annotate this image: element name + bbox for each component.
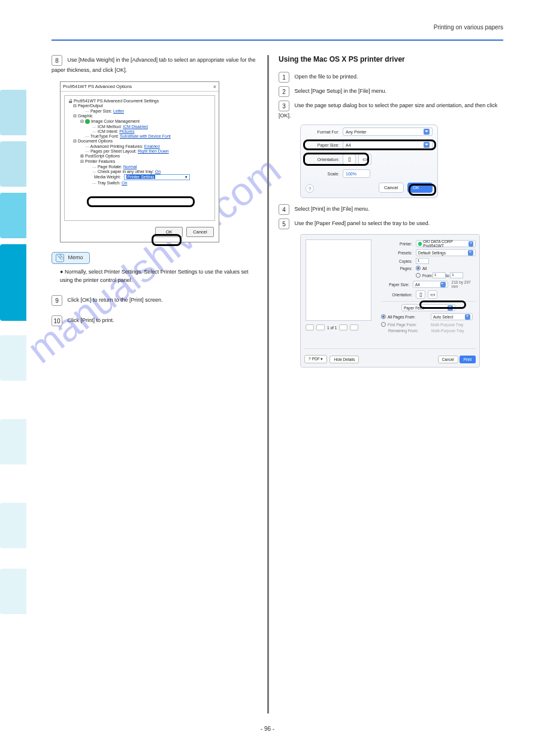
tree-pages-per-sheet[interactable]: — Pages per Sheet Layout: Right then Dow… <box>85 149 212 153</box>
step-number: 2 <box>279 86 289 97</box>
scale-field[interactable]: 100% <box>343 169 370 178</box>
memo-label: Memo <box>68 254 83 260</box>
paper-size-label: Paper Size: <box>306 143 343 147</box>
orientation-portrait-button[interactable]: ▯ <box>343 154 356 165</box>
step-number: 3 <box>279 101 289 111</box>
tree-other-tray[interactable]: — Check paper in any other tray: On <box>92 169 212 174</box>
paper-size-select[interactable]: A4 <box>343 141 433 149</box>
to-field[interactable]: 1 <box>450 272 463 278</box>
first-page-from-radio[interactable] <box>381 322 386 327</box>
pdf-button[interactable]: ?PDF ▾ <box>304 355 327 363</box>
hide-details-button[interactable]: Hide Details <box>330 356 359 363</box>
printer-label: Printer: <box>381 242 416 246</box>
print-button[interactable]: Print <box>460 356 476 363</box>
settings-tree[interactable]: 🖨 Pro9541WT PS Advanced Document Setting… <box>64 95 215 221</box>
side-tab-3[interactable] <box>0 193 26 238</box>
remaining-from-label: Remaining From: <box>388 329 431 333</box>
papersize-dim: 210 by 297 mm <box>452 280 476 289</box>
side-tab-7[interactable] <box>0 503 26 548</box>
tree-graphic[interactable]: ⊟ Graphic <box>73 114 212 119</box>
step-10: 10 Click [Print] to print. <box>52 315 262 326</box>
tree-paper-size[interactable]: — Paper Size: Letter <box>85 109 212 113</box>
advanced-options-dialog: Pro9541WT PS Advanced Options × 🖨 Pro954… <box>60 81 219 242</box>
tree-ps-options[interactable]: ⊞ PostScript Options <box>80 154 212 159</box>
close-icon[interactable]: × <box>213 82 216 92</box>
cancel-button[interactable]: Cancel <box>379 183 404 193</box>
papersize-label: Paper Size: <box>381 283 413 287</box>
next-page-button[interactable] <box>350 324 358 330</box>
right-column: Using the Mac OS X PS printer driver 1 O… <box>279 55 500 374</box>
step-number: 10 <box>52 315 62 326</box>
tree-adv-features[interactable]: — Advanced Printing Features: Enabled <box>85 144 212 148</box>
step-1: 1 Open the file to be printed. <box>279 72 500 83</box>
cancel-button[interactable]: Cancel <box>186 227 214 237</box>
orientation-label-2: Orientation: <box>381 293 416 297</box>
panel-select[interactable]: Paper Feed <box>401 304 455 311</box>
tree-truetype[interactable]: — TrueType Font: Substitute with Device … <box>85 134 212 138</box>
print-preview <box>306 239 371 321</box>
tree-media-weight[interactable]: Media Weight: Printer Setting▾ <box>92 174 212 180</box>
step-2: 2 Select [Page Setup] in the [File] menu… <box>279 86 500 97</box>
step-9: 9 Click [OK] to return to the [Print] sc… <box>52 295 262 306</box>
tree-page-rotate[interactable]: — Page Rotate: Normal <box>92 165 212 169</box>
format-for-select[interactable]: Any Printer <box>343 127 433 136</box>
cancel-button[interactable]: Cancel <box>438 356 458 363</box>
pages-range-radio[interactable] <box>416 273 421 278</box>
tree-tray-switch[interactable]: — Tray Switch: On <box>92 181 212 185</box>
side-tab-6[interactable] <box>0 419 26 464</box>
ok-button[interactable]: OK <box>155 227 183 237</box>
tree-icm-method[interactable]: — ICM Method: ICM Disabled <box>92 125 212 129</box>
header-rule <box>52 40 503 41</box>
side-tab-2[interactable] <box>0 141 26 187</box>
next-button[interactable] <box>339 324 347 330</box>
chevron-down-icon <box>468 250 473 256</box>
tree-icm-group[interactable]: ⊟ Image Color Management <box>80 119 212 124</box>
all-pages-from-label: All Pages From: <box>388 315 431 319</box>
from-label: From: <box>422 274 433 278</box>
side-tab-5[interactable] <box>0 335 26 381</box>
tree-doc-options[interactable]: ⊟ Document Options <box>73 139 212 144</box>
all-pages-from-radio[interactable] <box>381 314 386 319</box>
papersize-select[interactable]: A4 <box>413 281 448 288</box>
chevron-down-icon <box>465 314 470 320</box>
printer-select[interactable]: OKI DATA CORP Pro9541WT <box>416 240 476 247</box>
tree-icm-intent[interactable]: — ICM Intent: Pictures <box>92 129 212 133</box>
format-for-label: Format For: <box>306 130 343 134</box>
step-9-text: Click [OK] to return to the [Print] scre… <box>68 297 163 303</box>
tree-paper-output[interactable]: ⊟ Paper/Output <box>73 104 212 108</box>
print-dialog: 1 of 1 Printer:OKI DATA CORP Pro9541WT P… <box>300 234 480 368</box>
step-number: 9 <box>52 295 62 306</box>
portrait-icon: ▯ <box>419 292 422 297</box>
tree-printer-features[interactable]: ⊟ Printer Features <box>80 159 212 164</box>
orientation-portrait-button[interactable]: ▯ <box>416 290 425 299</box>
step-4-text: Select [Print] in the [File] menu. <box>295 206 370 212</box>
step-3: 3 Use the page setup dialog box to selec… <box>279 101 500 120</box>
dialog-buttons: OK Cancel <box>61 224 219 242</box>
side-tab-8[interactable] <box>0 569 26 614</box>
all-pages-from-select[interactable]: Auto Select <box>431 313 473 320</box>
from-field[interactable]: 1 <box>433 272 446 278</box>
prev-page-button[interactable] <box>306 324 314 330</box>
pages-all-radio[interactable] <box>416 266 421 271</box>
section-title: Using the Mac OS X PS printer driver <box>279 55 500 63</box>
step-number: 8 <box>52 55 62 66</box>
copies-field[interactable]: 1 <box>416 258 429 264</box>
orientation-label: Orientation: <box>306 157 343 162</box>
chevron-down-icon <box>424 142 430 148</box>
chevron-down-icon <box>448 305 453 311</box>
step-2-text: Select [Page Setup] in the [File] menu. <box>295 88 387 94</box>
orientation-landscape-button[interactable]: ▭ <box>358 154 371 165</box>
page: Printing on various papers - 96 - manual… <box>0 0 535 756</box>
side-tab-active[interactable] <box>0 244 26 321</box>
chevron-down-icon: ▾ <box>321 357 323 361</box>
side-tab-1[interactable] <box>0 90 26 135</box>
orientation-landscape-button[interactable]: ▭ <box>428 290 437 299</box>
ok-button[interactable]: OK <box>407 183 433 193</box>
scale-label: Scale: <box>306 172 343 176</box>
paperclip-icon <box>56 254 64 262</box>
memo-pill: Memo <box>52 252 90 264</box>
help-button[interactable]: ? <box>306 184 314 193</box>
presets-select[interactable]: Default Settings <box>416 249 476 256</box>
prev-button[interactable] <box>316 324 325 330</box>
step-8: 8 Use [Media Weight] in the [Advanced] t… <box>52 55 262 74</box>
